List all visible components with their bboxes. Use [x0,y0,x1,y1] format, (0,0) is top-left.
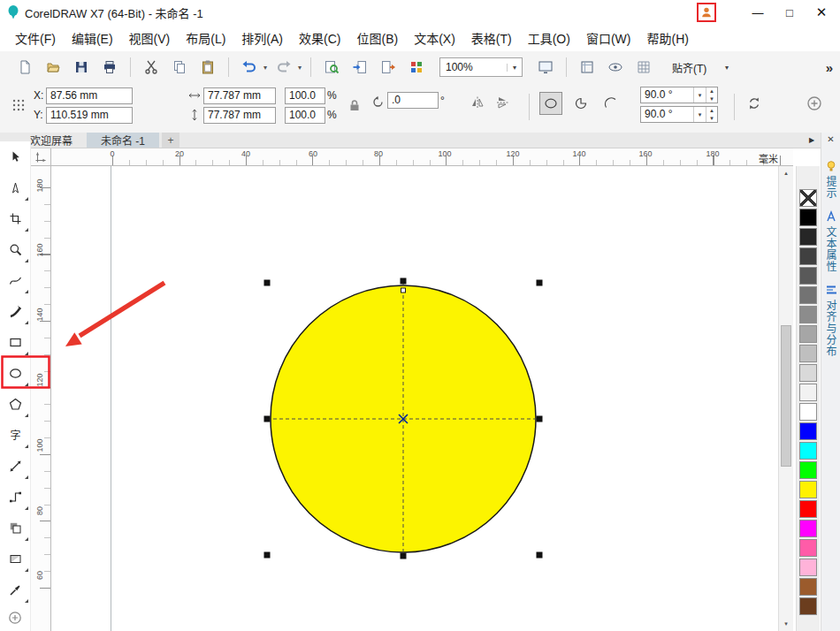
paste-button[interactable] [196,56,219,79]
color-swatch[interactable] [799,461,817,479]
menu-table[interactable]: 表格(T) [463,26,520,50]
start-angle-combo[interactable]: 90.0 ° ▾ ▲▼ [640,87,718,103]
docker-close-icon[interactable]: ✕ [827,134,834,148]
menu-text[interactable]: 文本(X) [406,26,463,50]
save-button[interactable] [70,56,93,79]
redo-button[interactable] [272,56,295,79]
scale-x-field[interactable]: 100.0 [285,87,325,104]
menu-window[interactable]: 窗口(W) [578,26,639,50]
transparency-tool[interactable] [0,544,30,574]
menu-help[interactable]: 帮助(H) [638,26,696,50]
object-width-field[interactable]: 77.787 mm [203,87,276,104]
rectangle-tool[interactable] [0,327,30,358]
x-position-field[interactable]: 87.56 mm [46,87,133,104]
color-swatch[interactable] [799,442,817,460]
selection-handle[interactable] [537,280,543,286]
pie-mode-button[interactable] [569,92,592,115]
drop-shadow-tool[interactable] [0,513,30,544]
scroll-up-icon[interactable]: ▴ [779,166,793,180]
selection-handle[interactable] [537,552,543,559]
undo-button[interactable] [238,56,261,79]
color-swatch[interactable] [799,539,817,557]
cut-button[interactable] [140,56,163,79]
new-tab-button[interactable]: + [162,133,179,148]
crop-tool[interactable] [0,203,30,234]
undo-dropdown-caret[interactable]: ▾ [261,64,270,72]
arc-mode-button[interactable] [599,92,622,115]
more-tools-button[interactable] [0,607,30,628]
canvas-vertical-scrollbar[interactable]: ▴ ▾ [778,166,793,631]
freehand-tool[interactable] [0,265,30,296]
zoom-dropdown-caret[interactable]: ▾ [507,64,522,72]
menu-edit[interactable]: 编辑(E) [64,26,121,50]
menu-bitmaps[interactable]: 位图(B) [348,26,406,50]
account-icon[interactable] [697,3,716,22]
scroll-down-icon[interactable]: ▾ [779,617,793,631]
show-rulers-button[interactable] [576,56,599,79]
tab-untitled-document[interactable]: 未命名 -1 [87,133,159,148]
color-swatch[interactable] [799,520,817,537]
tab-scroll-right-icon[interactable]: ▶ [803,133,821,148]
ellipse-node[interactable] [401,288,406,293]
color-swatch[interactable] [799,286,817,304]
vertical-ruler[interactable]: 180 160 140 120 100 80 60 [31,166,51,631]
toolbar-overflow-chevron[interactable]: » [826,60,833,75]
selection-handle[interactable] [537,416,543,422]
menu-tools[interactable]: 工具(O) [520,26,578,50]
artistic-media-tool[interactable] [0,296,30,327]
color-swatch[interactable] [799,384,817,401]
menu-arrange[interactable]: 排列(A) [233,26,291,50]
show-grid-button[interactable] [632,56,655,79]
scrollbar-thumb[interactable] [781,325,791,467]
view-manager-button[interactable] [604,56,627,79]
open-button[interactable] [42,56,65,79]
end-angle-spinner[interactable]: ▲▼ [706,107,717,122]
docker-tab-text-properties[interactable]: 文本属性 [823,210,838,272]
selection-handle[interactable] [401,553,407,559]
selection-handle[interactable] [401,278,407,285]
snap-to-dropdown[interactable]: 贴齐(T) ▾ [667,57,734,77]
end-angle-combo[interactable]: 90.0 ° ▾ ▲▼ [640,106,718,123]
color-swatch[interactable] [799,247,817,265]
selection-handle[interactable] [264,552,271,559]
new-document-button[interactable] [13,56,36,79]
mirror-vertical-button[interactable] [492,93,513,112]
horizontal-ruler[interactable]: 0 20 40 60 80 100 120 140 160 180 毫米 [51,148,793,166]
shape-tool[interactable] [0,172,30,203]
scale-y-field[interactable]: 100.0 [285,107,325,124]
change-direction-button[interactable] [743,92,766,115]
docker-tab-hints[interactable]: 提示 [823,160,838,199]
color-swatch[interactable] [799,267,817,285]
lock-ratio-button[interactable] [345,95,364,115]
selection-handle[interactable] [264,280,271,286]
rotation-angle-field[interactable]: .0 [387,92,439,109]
print-button[interactable] [98,56,121,79]
import-button[interactable] [348,56,371,79]
color-swatch[interactable] [799,422,817,440]
spin-down-icon[interactable]: ▼ [706,115,717,123]
color-swatch[interactable] [799,228,817,246]
export-button[interactable] [377,56,400,79]
start-angle-caret[interactable]: ▾ [693,87,706,103]
polygon-tool[interactable] [0,389,30,420]
minimize-button[interactable]: — [745,3,771,22]
color-swatch[interactable] [799,597,817,615]
fullscreen-preview-button[interactable] [534,56,557,79]
ellipse-tool[interactable] [0,358,30,389]
selection-handle[interactable] [264,416,271,422]
docker-tab-align-distribute[interactable]: 对齐与分布 [823,284,838,357]
color-swatch[interactable] [799,325,817,343]
menu-effects[interactable]: 效果(C) [291,26,348,50]
text-tool[interactable]: 字 [0,420,30,451]
ellipse-mode-button[interactable] [539,92,562,115]
ruler-origin-corner[interactable] [31,148,51,166]
end-angle-caret[interactable]: ▾ [693,107,706,122]
zoom-tool[interactable] [0,234,30,265]
app-launcher-button[interactable] [405,56,428,79]
object-height-field[interactable]: 77.787 mm [203,107,276,124]
spin-up-icon[interactable]: ▲ [706,87,717,95]
color-swatch[interactable] [799,578,817,596]
snap-dropdown-caret[interactable]: ▾ [720,64,734,72]
color-swatch[interactable] [799,209,817,226]
menu-file[interactable]: 文件(F) [7,26,64,50]
